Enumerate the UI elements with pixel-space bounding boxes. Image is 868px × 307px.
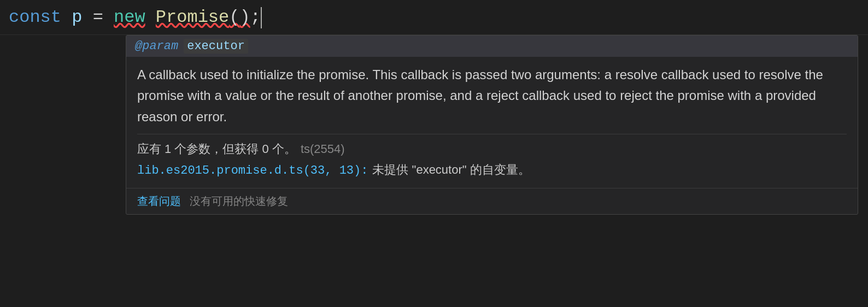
variable-p: p [72,5,82,30]
space [61,5,72,30]
close-paren: ) [239,5,250,30]
operator-eq: = [93,5,103,30]
view-problem-link[interactable]: 查看问题 [137,194,181,209]
error-main-text: 应有 1 个参数，但获得 0 个。 [137,141,296,157]
no-fix-label: 没有可用的快速修复 [190,194,288,209]
param-tag: @param [135,39,178,53]
space [82,5,92,30]
error-file-link[interactable]: lib.es2015.promise.d.ts(33, 13): [137,164,368,178]
keyword-const: const [9,5,61,30]
error-link-line: lib.es2015.promise.d.ts(33, 13): 未提供 "ex… [137,162,847,180]
semicolon: ; [250,5,261,30]
text-cursor [261,7,262,28]
tooltip-footer: 查看问题 没有可用的快速修复 [126,188,858,214]
editor-line: const p = new Promise ( ) ; [0,0,868,35]
space [103,5,114,30]
hover-tooltip: @param executor A callback used to initi… [126,35,858,215]
tooltip-description: A callback used to initialize the promis… [137,64,847,127]
tooltip-header: @param executor [126,36,858,57]
error-link-detail: 未提供 "executor" 的自变量。 [372,162,530,178]
error-code: ts(2554) [301,142,345,156]
tooltip-body: A callback used to initialize the promis… [126,57,858,188]
keyword-new: new [114,5,145,30]
error-line: 应有 1 个参数，但获得 0 个。 ts(2554) [137,141,847,162]
param-name-badge: executor [184,39,248,54]
open-paren: ( [229,5,239,30]
divider [137,134,847,134]
space [145,5,156,30]
class-promise: Promise [156,5,229,30]
